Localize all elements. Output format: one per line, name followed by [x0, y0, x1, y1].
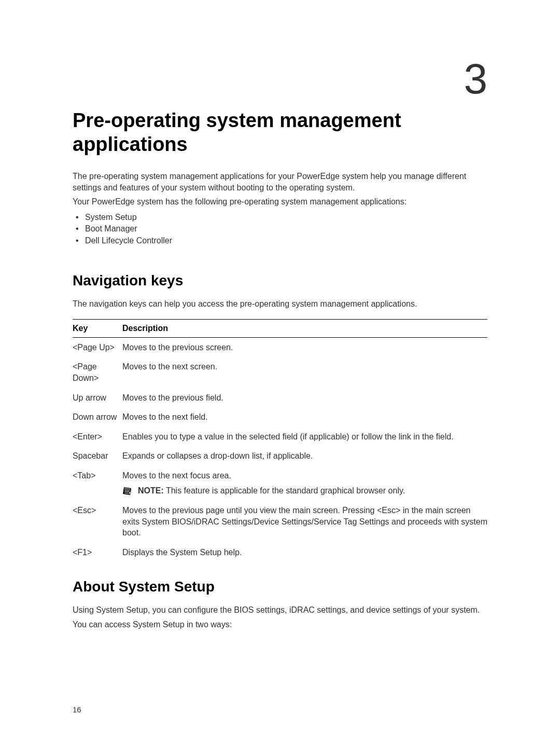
- intro-paragraph-1: The pre-operating system management appl…: [73, 171, 487, 193]
- applications-list: System Setup Boot Manager Dell Lifecycle…: [73, 212, 487, 246]
- section-heading-navigation: Navigation keys: [73, 272, 487, 289]
- note-label: NOTE:: [138, 486, 164, 495]
- key-cell: <F1>: [73, 543, 122, 562]
- table-row: <Page Down> Moves to the next screen.: [73, 357, 487, 388]
- desc-text: Moves to the next focus area.: [122, 471, 231, 480]
- desc-cell: Moves to the next field.: [122, 407, 487, 427]
- list-item: Dell Lifecycle Controller: [73, 235, 487, 246]
- table-row: <Esc> Moves to the previous page until y…: [73, 501, 487, 543]
- key-cell: <Page Down>: [73, 357, 122, 388]
- list-item: Boot Manager: [73, 223, 487, 235]
- note-block: NOTE: This feature is applicable for the…: [122, 485, 487, 497]
- page-number: 16: [73, 705, 81, 714]
- nav-intro: The navigation keys can help you access …: [73, 298, 487, 310]
- table-row: <Enter> Enables you to type a value in t…: [73, 427, 487, 447]
- desc-cell: Moves to the previous screen.: [122, 337, 487, 357]
- desc-cell: Displays the System Setup help.: [122, 543, 487, 562]
- table-row: <Tab> Moves to the next focus area. NOTE…: [73, 466, 487, 501]
- intro-paragraph-2: Your PowerEdge system has the following …: [73, 196, 487, 208]
- key-cell: Down arrow: [73, 407, 122, 427]
- key-cell: Spacebar: [73, 446, 122, 466]
- desc-cell: Moves to the previous page until you vie…: [122, 501, 487, 543]
- key-cell: <Tab>: [73, 466, 122, 501]
- desc-cell: Moves to the next screen.: [122, 357, 487, 388]
- desc-cell: Enables you to type a value in the selec…: [122, 427, 487, 447]
- desc-cell: Expands or collapses a drop-down list, i…: [122, 446, 487, 466]
- navigation-keys-table: Key Description <Page Up> Moves to the p…: [73, 319, 487, 562]
- about-paragraph-1: Using System Setup, you can configure th…: [73, 604, 487, 616]
- table-row: Up arrow Moves to the previous field.: [73, 388, 487, 408]
- list-item: System Setup: [73, 212, 487, 223]
- table-row: Down arrow Moves to the next field.: [73, 407, 487, 427]
- note-icon: [122, 486, 132, 495]
- desc-cell: Moves to the previous field.: [122, 388, 487, 408]
- table-header-description: Description: [122, 319, 487, 337]
- note-text: NOTE: This feature is applicable for the…: [138, 485, 405, 497]
- key-cell: <Esc>: [73, 501, 122, 543]
- table-row: Spacebar Expands or collapses a drop-dow…: [73, 446, 487, 466]
- chapter-number: 3: [464, 54, 487, 103]
- table-header-key: Key: [73, 319, 122, 337]
- key-cell: Up arrow: [73, 388, 122, 408]
- table-row: <Page Up> Moves to the previous screen.: [73, 337, 487, 357]
- key-cell: <Page Up>: [73, 337, 122, 357]
- page-title: Pre-operating system management applicat…: [73, 109, 487, 156]
- key-cell: <Enter>: [73, 427, 122, 447]
- note-body: This feature is applicable for the stand…: [164, 486, 405, 495]
- section-heading-about: About System Setup: [73, 578, 487, 595]
- table-row: <F1> Displays the System Setup help.: [73, 543, 487, 562]
- desc-cell: Moves to the next focus area. NOTE: This…: [122, 466, 487, 501]
- about-paragraph-2: You can access System Setup in two ways:: [73, 619, 487, 630]
